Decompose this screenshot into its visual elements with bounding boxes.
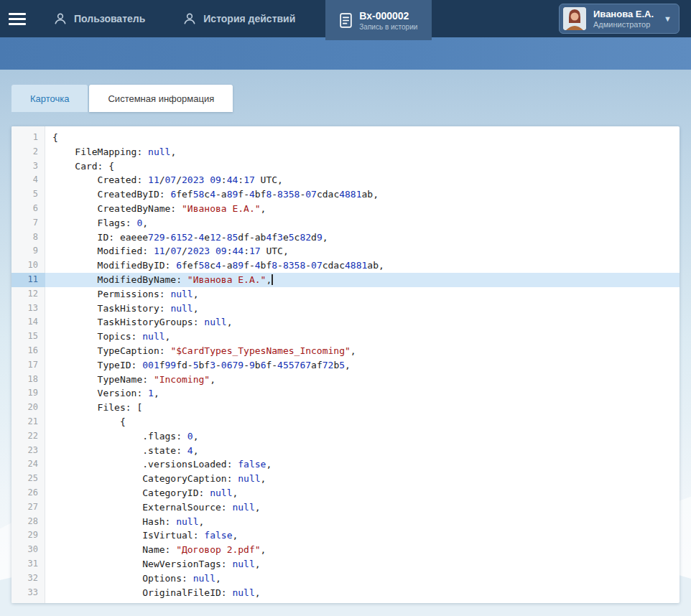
line-number: 16	[11, 344, 45, 358]
line-number: 11	[11, 273, 45, 287]
code-text: TaskHistory: null,	[45, 302, 680, 316]
code-line[interactable]: 20 Files: [	[11, 401, 680, 415]
line-number: 18	[11, 373, 45, 387]
nav-item-user[interactable]: Пользователь	[34, 0, 164, 37]
code-line[interactable]: 15 Topics: null,	[11, 330, 680, 344]
code-line[interactable]: 21 {	[11, 415, 680, 429]
code-text: FileMapping: null,	[45, 145, 680, 159]
code-line[interactable]: 13 TaskHistory: null,	[11, 302, 680, 316]
code-text: Modified: 11/07/2023 09:44:17 UTC,	[45, 244, 680, 258]
tab-system-info[interactable]: Системная информация	[89, 85, 233, 112]
line-number: 28	[11, 515, 45, 529]
code-line[interactable]: 30 Name: "Договор 2.pdf",	[11, 543, 680, 557]
code-line[interactable]: 19 Version: 1,	[11, 386, 680, 401]
line-number: 19	[11, 386, 45, 401]
code-line[interactable]: 5 CreatedByID: 6fef58c4-a89f-4bf8-8358-0…	[11, 187, 680, 202]
code-line[interactable]: 25 CategoryCaption: null,	[11, 472, 680, 486]
code-text: .state: 4,	[45, 444, 680, 458]
code-line[interactable]: 32 Options: null,	[11, 571, 680, 586]
line-number: 7	[11, 216, 45, 230]
line-number: 31	[11, 557, 45, 571]
line-number: 32	[11, 571, 45, 586]
code-line[interactable]: 26 CategoryID: null,	[11, 486, 680, 500]
code-text: ModifiedByID: 6fef58c4-a89f-4bf8-8358-07…	[45, 258, 680, 273]
code-line[interactable]: 12 Permissions: null,	[11, 287, 680, 302]
record-tab-active[interactable]: Вх-000002 Запись в истории	[325, 0, 432, 40]
code-text: CreatedByID: 6fef58c4-a89f-4bf8-8358-07c…	[45, 187, 680, 202]
code-line[interactable]: 18 TypeName: "Incoming",	[11, 373, 680, 387]
code-text: Flags: 0,	[45, 216, 680, 230]
record-tab-title: Вх-000002	[359, 10, 417, 22]
history-user-icon	[182, 11, 197, 26]
line-number: 14	[11, 315, 45, 330]
record-tab-subtitle: Запись в истории	[359, 23, 417, 31]
code-line[interactable]: 29 IsVirtual: false,	[11, 528, 680, 543]
code-line[interactable]: 24 .versionsLoaded: false,	[11, 457, 680, 472]
line-number: 6	[11, 202, 45, 216]
code-text: NewVersionTags: null,	[45, 557, 680, 571]
line-number: 13	[11, 302, 45, 316]
code-text: Created: 11/07/2023 09:44:17 UTC,	[45, 173, 680, 187]
code-line[interactable]: 4 Created: 11/07/2023 09:44:17 UTC,	[11, 173, 680, 187]
code-line[interactable]: 11 ModifiedByName: "Иванова Е.А.",	[11, 273, 680, 287]
user-name: Иванова Е.А.	[593, 9, 654, 19]
code-line[interactable]: 23 .state: 4,	[11, 444, 680, 458]
code-line[interactable]: 1{	[11, 131, 680, 145]
code-text: .versionsLoaded: false,	[45, 457, 680, 472]
code-line[interactable]: 14 TaskHistoryGroups: null,	[11, 315, 680, 330]
tab-card[interactable]: Карточка	[11, 85, 88, 112]
line-number: 10	[11, 258, 45, 273]
code-area[interactable]: 1{2 FileMapping: null,3 Card: {4 Created…	[11, 126, 680, 599]
hamburger-menu-button[interactable]	[0, 0, 34, 37]
line-number: 20	[11, 401, 45, 415]
code-text: Version: 1,	[45, 386, 680, 401]
code-line[interactable]: 8 ID: eaeee729-6152-4e12-85df-ab4f3e5c82…	[11, 230, 680, 245]
document-icon	[340, 13, 352, 28]
code-text: ModifiedByName: "Иванова Е.А.",	[45, 273, 680, 287]
code-line[interactable]: 16 TypeCaption: "$CardTypes_TypesNames_I…	[11, 344, 680, 358]
code-line[interactable]: 33 OriginalFileID: null,	[11, 586, 680, 600]
code-line[interactable]: 27 ExternalSource: null,	[11, 500, 680, 515]
code-text: {	[45, 415, 680, 429]
hamburger-icon	[9, 13, 26, 15]
code-text: OriginalFileID: null,	[45, 586, 680, 600]
line-number: 30	[11, 543, 45, 557]
code-line[interactable]: 28 Hash: null,	[11, 515, 680, 529]
top-navbar: Пользователь История действий Вх-000002 …	[0, 0, 691, 37]
user-icon	[53, 11, 68, 26]
code-text: .flags: 0,	[45, 429, 680, 444]
code-text: Options: null,	[45, 571, 680, 586]
user-menu-button[interactable]: Иванова Е.А. Администратор ▼	[559, 4, 680, 34]
code-line[interactable]: 22 .flags: 0,	[11, 429, 680, 444]
line-number: 24	[11, 457, 45, 472]
code-line[interactable]: 3 Card: {	[11, 159, 680, 174]
line-number: 27	[11, 500, 45, 515]
line-number: 3	[11, 159, 45, 174]
code-text: CreatedByName: "Иванова Е.А.",	[45, 202, 680, 216]
code-line[interactable]: 7 Flags: 0,	[11, 216, 680, 230]
line-number: 9	[11, 244, 45, 258]
code-text: Topics: null,	[45, 330, 680, 344]
code-text: Card: {	[45, 159, 680, 174]
code-line[interactable]: 17 TypeID: 001f99fd-5bf3-0679-9b6f-45576…	[11, 358, 680, 373]
line-number: 33	[11, 586, 45, 600]
json-viewer-panel: 1{2 FileMapping: null,3 Card: {4 Created…	[11, 126, 680, 603]
header-band	[0, 37, 691, 70]
code-line[interactable]: 9 Modified: 11/07/2023 09:44:17 UTC,	[11, 244, 680, 258]
line-number: 21	[11, 415, 45, 429]
code-text: {	[45, 131, 680, 145]
text-cursor	[272, 274, 273, 285]
code-text: ExternalSource: null,	[45, 500, 680, 515]
code-text: Name: "Договор 2.pdf",	[45, 543, 680, 557]
line-number: 25	[11, 472, 45, 486]
code-line[interactable]: 6 CreatedByName: "Иванова Е.А.",	[11, 202, 680, 216]
code-text: TypeName: "Incoming",	[45, 373, 680, 387]
line-number: 12	[11, 287, 45, 302]
line-number: 29	[11, 528, 45, 543]
user-role: Администратор	[593, 20, 654, 29]
code-line[interactable]: 10 ModifiedByID: 6fef58c4-a89f-4bf8-8358…	[11, 258, 680, 273]
avatar	[563, 7, 586, 30]
nav-item-history[interactable]: История действий	[164, 0, 314, 37]
code-line[interactable]: 2 FileMapping: null,	[11, 145, 680, 159]
code-line[interactable]: 31 NewVersionTags: null,	[11, 557, 680, 571]
